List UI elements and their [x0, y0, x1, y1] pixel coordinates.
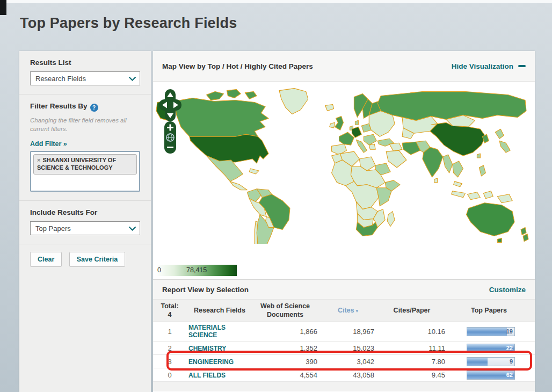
- zoom-out-icon: [167, 147, 173, 148]
- wos-value: 4,554: [251, 371, 319, 379]
- filter-results-label: Filter Results By: [30, 102, 88, 110]
- map-zoom-control[interactable]: [164, 121, 176, 154]
- zoom-in-icon: [170, 125, 171, 131]
- top-papers-bar: 19: [467, 327, 515, 336]
- column-header-cites-per-paper[interactable]: Cites/Paper: [376, 307, 447, 315]
- wos-header-text: Web of Science Documents: [256, 302, 315, 319]
- hide-visualization-label: Hide Visualization: [452, 62, 513, 70]
- top-papers-bar: 22: [467, 344, 515, 353]
- row-rank: 3: [157, 358, 182, 366]
- top-papers-value: 22: [506, 345, 513, 351]
- map-view-title: Map View by Top / Hot / Highly Cited Pap…: [162, 62, 313, 70]
- total-label: Total:: [157, 302, 182, 311]
- row-rank: 2: [157, 344, 182, 352]
- filter-tag-label: SHAANXI UNIVERSITY OF SCIENCE & TECHNOLO…: [37, 157, 116, 171]
- top-papers-value: 9: [510, 358, 513, 365]
- table-row: 1 MATERIALS SCIENCE 1,866 18,967 10.16 1…: [153, 322, 535, 342]
- cites-value: 3,042: [319, 358, 376, 366]
- criteria-sidebar: Results List Research Fields Filter Resu…: [19, 51, 151, 392]
- results-list-value: Research Fields: [35, 75, 86, 83]
- save-criteria-button[interactable]: Save Criteria: [69, 252, 125, 267]
- clear-button[interactable]: Clear: [30, 252, 62, 267]
- filter-label-row: Filter Results By?: [30, 102, 141, 112]
- map-color-legend: 0 78,415: [156, 265, 237, 276]
- browser-top-strip: [0, 0, 552, 3]
- total-value: 4: [157, 311, 182, 320]
- top-papers-bar: 9: [467, 357, 515, 366]
- bar-fill: [467, 328, 507, 336]
- customize-link[interactable]: Customize: [489, 286, 526, 294]
- table-row: 2 CHEMISTRY 1,352 15,023 11.11 22: [153, 342, 535, 355]
- active-filters-box: ×SHAANXI UNIVERSITY OF SCIENCE & TECHNOL…: [30, 151, 140, 192]
- top-papers-value: 62: [506, 372, 513, 378]
- field-link[interactable]: CHEMISTRY: [188, 345, 226, 352]
- include-results-label: Include Results For: [30, 208, 141, 216]
- sort-descending-icon: ▾: [356, 308, 359, 314]
- table-row-highlighted: 3 ENGINEERING 390 3,042 7.80 9: [153, 355, 535, 368]
- sidebar-buttons: Clear Save Criteria: [19, 244, 151, 275]
- column-header-top-papers[interactable]: Top Papers: [447, 307, 531, 315]
- cites-header-text: Cites: [338, 307, 354, 314]
- bar-fill: [467, 358, 488, 366]
- remove-filter-icon[interactable]: ×: [37, 157, 40, 163]
- column-header-wos-documents[interactable]: Web of Science Documents: [251, 302, 319, 319]
- row-rank: 0: [157, 371, 182, 379]
- top-papers-bar: 62: [467, 371, 515, 380]
- map-pan-control[interactable]: [159, 89, 181, 121]
- hide-visualization-link[interactable]: Hide Visualization: [452, 62, 526, 70]
- world-map-visualization[interactable]: 0 78,415: [153, 82, 535, 279]
- cites-per-paper-value: 7.80: [376, 358, 447, 366]
- row-rank: 1: [157, 328, 182, 336]
- include-results-value: Top Papers: [35, 224, 71, 233]
- wos-value: 1,866: [251, 328, 319, 336]
- filter-note: Changing the filter field removes all cu…: [30, 117, 141, 133]
- cites-value: 43,058: [319, 371, 376, 379]
- filter-tag[interactable]: ×SHAANXI UNIVERSITY OF SCIENCE & TECHNOL…: [33, 154, 137, 175]
- table-row: 0 ALL FIELDS 4,554 43,058 9.45 62: [153, 368, 535, 382]
- cites-per-paper-value: 9.45: [376, 371, 447, 379]
- field-link[interactable]: MATERIALS SCIENCE: [188, 324, 251, 339]
- help-icon[interactable]: ?: [90, 104, 98, 112]
- page-title: Top Papers by Research Fields: [20, 15, 237, 32]
- choropleth-world-map: [155, 87, 529, 244]
- cites-per-paper-value: 11.11: [376, 344, 447, 352]
- main-panel: Map View by Top / Hot / Highly Cited Pap…: [153, 51, 535, 392]
- cites-value: 15,023: [319, 344, 376, 352]
- results-list-section: Results List Research Fields: [19, 51, 151, 95]
- column-header-cites-sorted[interactable]: Cites▾: [319, 307, 376, 315]
- corner-mark: [0, 0, 6, 15]
- field-link[interactable]: ENGINEERING: [188, 358, 234, 366]
- column-header-total: Total: 4: [157, 302, 182, 319]
- legend-max: 78,415: [186, 266, 207, 274]
- include-results-section: Include Results For Top Papers: [19, 201, 151, 244]
- report-view-header: Report View by Selection Customize: [153, 279, 535, 300]
- results-list-dropdown[interactable]: Research Fields: [30, 71, 140, 85]
- top-papers-value: 19: [506, 328, 513, 335]
- wos-value: 390: [251, 358, 319, 366]
- report-view-title: Report View by Selection: [162, 286, 249, 294]
- include-results-dropdown[interactable]: Top Papers: [30, 221, 140, 235]
- map-view-header: Map View by Top / Hot / Highly Cited Pap…: [153, 51, 535, 82]
- results-list-label: Results List: [30, 59, 141, 67]
- wos-value: 1,352: [251, 344, 319, 352]
- column-header-field[interactable]: Research Fields: [182, 307, 251, 315]
- legend-min: 0: [157, 266, 161, 274]
- add-filter-link[interactable]: Add Filter »: [30, 140, 67, 148]
- field-link[interactable]: ALL FIELDS: [188, 372, 226, 379]
- report-table: Total: 4 Research Fields Web of Science …: [153, 300, 535, 391]
- chevron-down-icon: [129, 227, 136, 231]
- cites-value: 18,967: [319, 328, 376, 336]
- cites-per-paper-value: 10.16: [376, 328, 447, 336]
- chevron-down-icon: [129, 77, 136, 81]
- filter-section: Filter Results By? Changing the filter f…: [19, 95, 151, 201]
- table-header-row: Total: 4 Research Fields Web of Science …: [153, 300, 535, 322]
- table-footer-strip: [153, 382, 535, 391]
- collapse-icon: [518, 65, 526, 67]
